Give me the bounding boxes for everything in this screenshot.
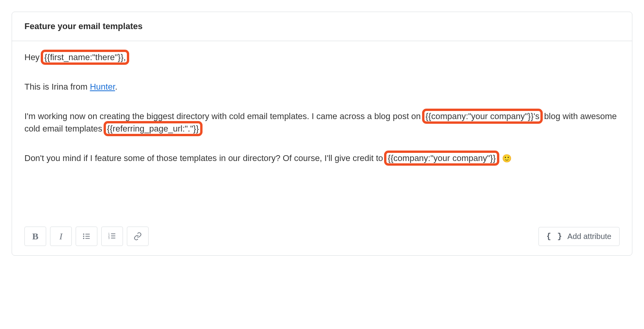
email-subject: Feature your email templates — [24, 21, 620, 31]
bold-button[interactable]: B — [24, 227, 46, 246]
editor-toolbar: B I 1 2 3 — [12, 220, 632, 255]
svg-rect-5 — [85, 238, 90, 239]
paragraph-3: Don't you mind if I feature some of thos… — [24, 152, 620, 164]
link-button[interactable] — [127, 227, 149, 246]
greeting-text: Hey — [24, 52, 42, 62]
attribute-referring-page[interactable]: {{referring_page_url:"."}} — [105, 122, 201, 135]
svg-text:3: 3 — [108, 237, 110, 239]
svg-rect-7 — [111, 234, 115, 234]
bold-icon: B — [32, 231, 38, 242]
numbered-list-button[interactable]: 1 2 3 — [101, 227, 123, 246]
attribute-company-1[interactable]: {{company:"your company"}}'s — [423, 110, 542, 123]
p2-a: I'm working now on creating the biggest … — [24, 111, 423, 121]
add-attribute-label: Add attribute — [568, 232, 611, 241]
smile-emoji: 🙂 — [502, 154, 512, 163]
italic-button[interactable]: I — [50, 227, 72, 246]
paragraph-2: I'm working now on creating the biggest … — [24, 110, 620, 135]
svg-rect-1 — [85, 234, 90, 235]
bullet-list-icon — [82, 232, 91, 241]
italic-icon: I — [59, 231, 62, 242]
svg-rect-3 — [85, 236, 90, 237]
intro-post: . — [115, 82, 118, 92]
hunter-link[interactable]: Hunter — [90, 82, 115, 92]
svg-point-0 — [83, 234, 84, 235]
intro-pre: This is Irina from — [24, 82, 90, 92]
numbered-list-icon: 1 2 3 — [108, 232, 116, 241]
svg-rect-11 — [111, 238, 115, 239]
intro-line: This is Irina from Hunter. — [24, 81, 620, 93]
bullet-list-button[interactable] — [76, 227, 97, 246]
p3-a: Don't you mind if I feature some of thos… — [24, 153, 385, 163]
attribute-first-name[interactable]: {{first_name:"there"}}, — [42, 51, 128, 64]
email-body-editor[interactable]: Hey {{first_name:"there"}}, This is Irin… — [12, 41, 632, 220]
email-composer-card: Feature your email templates Hey {{first… — [12, 12, 632, 256]
subject-row: Feature your email templates — [12, 12, 632, 41]
add-attribute-button[interactable]: { } Add attribute — [538, 227, 620, 246]
svg-point-4 — [83, 238, 84, 239]
greeting-line: Hey {{first_name:"there"}}, — [24, 51, 620, 64]
braces-icon: { } — [547, 232, 563, 241]
toolbar-left: B I 1 2 3 — [24, 227, 149, 246]
svg-point-2 — [83, 235, 84, 237]
attribute-company-2[interactable]: {{company:"your company"}} — [385, 152, 498, 164]
svg-rect-9 — [111, 235, 115, 236]
link-icon — [133, 232, 142, 241]
